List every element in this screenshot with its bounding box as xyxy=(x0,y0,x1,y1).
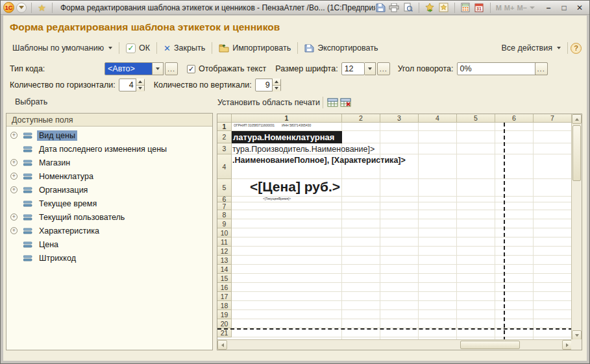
window-menu-button[interactable] xyxy=(16,3,27,13)
column-header-5[interactable]: 5 xyxy=(457,114,495,123)
row-header-5[interactable]: 5 xyxy=(217,179,232,197)
minimize-button[interactable]: – xyxy=(541,2,556,13)
all-actions-button[interactable]: Все действия xyxy=(497,42,565,55)
default-templates-button[interactable]: Шаблоны по умолчанию xyxy=(8,42,116,55)
expand-plus-icon[interactable]: + xyxy=(10,173,18,180)
horizontal-scroll-thumb[interactable] xyxy=(460,341,520,349)
add-to-favorites-icon[interactable] xyxy=(424,2,436,13)
close-form-button[interactable]: ✕ Закрыть xyxy=(160,42,209,55)
row-header-21[interactable]: 21 xyxy=(217,328,232,337)
tree-item-1[interactable]: +Дата последнего изменения цены xyxy=(6,142,212,156)
toolbar-overflow-icon[interactable] xyxy=(530,6,535,9)
favorites-star-icon[interactable]: ★ xyxy=(36,2,47,13)
row-header-16[interactable]: 16 xyxy=(217,283,232,292)
row-header-12[interactable]: 12 xyxy=(217,247,232,256)
code-type-more-button[interactable]: ... xyxy=(165,62,178,75)
code-type-dropdown-button[interactable] xyxy=(153,62,164,75)
calculator-icon[interactable] xyxy=(460,2,471,13)
row-header-8[interactable]: 8 xyxy=(217,210,232,219)
tree-item-0[interactable]: +Вид цены xyxy=(6,128,212,142)
sheet-corner[interactable] xyxy=(217,114,232,123)
row-header-1[interactable]: 1 xyxy=(217,123,232,131)
ok-button[interactable]: ✓ ОК xyxy=(122,42,154,55)
expand-plus-icon[interactable]: + xyxy=(10,227,18,234)
tree-item-2[interactable]: +Магазин xyxy=(6,156,212,169)
tree-item-4[interactable]: +Организация xyxy=(6,183,212,197)
maximize-button[interactable]: □ xyxy=(557,2,571,13)
expand-plus-icon[interactable]: + xyxy=(10,213,18,221)
sheet-grid[interactable]: 1234567123456789101112131415161718192021… xyxy=(217,114,572,341)
calendar-icon[interactable]: 31 xyxy=(474,2,485,13)
column-header-1[interactable]: 1 xyxy=(232,114,342,123)
cell-current-time-text[interactable]: <[ТекущееВремя]> xyxy=(263,197,291,201)
tree-item-label: Текущий пользователь xyxy=(37,212,127,223)
font-size-more-button[interactable]: ... xyxy=(377,62,390,75)
column-header-3[interactable]: 3 xyxy=(380,114,419,123)
clear-print-area-icon[interactable] xyxy=(339,96,352,109)
row-header-9[interactable]: 9 xyxy=(217,219,232,228)
favorites-list-icon[interactable] xyxy=(438,2,449,13)
vertical-count-stepper[interactable]: 9 xyxy=(255,79,281,91)
row-header-2[interactable]: 2 xyxy=(217,131,232,143)
row-header-3[interactable]: 3 xyxy=(217,143,232,154)
vertical-scrollbar[interactable] xyxy=(571,114,582,341)
divider xyxy=(212,42,212,54)
row-header-13[interactable]: 13 xyxy=(217,256,232,265)
cell-manufacturer-text[interactable]: тура.Производитель.Наименование]> xyxy=(232,145,375,154)
label-template-sheet[interactable]: 1234567123456789101112131415161718192021… xyxy=(217,114,582,350)
rotation-more-button[interactable]: ... xyxy=(535,62,548,75)
spin-up-button[interactable] xyxy=(273,79,280,85)
tree-item-9[interactable]: +Штрихкод xyxy=(6,251,212,265)
tree-item-5[interactable]: +Текущее время xyxy=(6,197,212,210)
set-print-area-icon[interactable] xyxy=(326,96,339,109)
row-header-17[interactable]: 17 xyxy=(217,292,232,301)
print-icon[interactable] xyxy=(389,2,400,13)
scroll-up-button[interactable] xyxy=(572,114,582,124)
close-button[interactable]: ✕ xyxy=(572,2,587,13)
cell-fullname-text[interactable]: .НаименованиеПолное], [Характеристика]> xyxy=(232,156,406,165)
column-header-7[interactable]: 7 xyxy=(534,114,572,123)
spin-up-button[interactable] xyxy=(136,79,144,85)
scroll-down-button[interactable] xyxy=(572,330,582,340)
rotation-input[interactable]: 0% ... xyxy=(457,62,548,75)
help-button[interactable]: ? xyxy=(571,43,582,54)
row-header-20[interactable]: 20 xyxy=(217,319,232,328)
row-header-11[interactable]: 11 xyxy=(217,237,232,247)
font-size-dropdown-button[interactable] xyxy=(365,62,376,75)
selected-cell-nomenclature[interactable]: латура.Номенклатурная xyxy=(232,131,342,143)
cell-price-text[interactable]: <[Цена] руб.> xyxy=(250,179,340,195)
set-print-area-button[interactable]: Установить область печати xyxy=(217,98,320,107)
scroll-left-button[interactable] xyxy=(217,340,227,350)
row-header-10[interactable]: 10 xyxy=(217,228,232,237)
show-text-checkbox[interactable]: ✓ xyxy=(187,65,195,73)
expand-plus-icon[interactable]: + xyxy=(10,132,18,139)
horizontal-count-stepper[interactable]: 4 xyxy=(119,79,145,91)
column-header-6[interactable]: 6 xyxy=(495,114,534,123)
export-button[interactable]: Экспортировать xyxy=(301,42,382,55)
row-header-15[interactable]: 15 xyxy=(217,274,232,283)
row-header-7[interactable]: 7 xyxy=(217,202,232,210)
row-header-18[interactable]: 18 xyxy=(217,301,232,310)
scroll-right-button[interactable] xyxy=(562,340,572,350)
row-header-4[interactable]: 4 xyxy=(217,154,232,179)
column-header-4[interactable]: 4 xyxy=(419,114,457,123)
tree-item-3[interactable]: +Номенклатура xyxy=(6,169,212,183)
import-button[interactable]: Импортировать xyxy=(215,42,295,55)
vertical-scroll-thumb[interactable] xyxy=(572,125,581,181)
code-type-select[interactable]: <Авто> xyxy=(104,62,153,75)
save-icon[interactable] xyxy=(375,2,386,13)
select-button[interactable]: Выбрать xyxy=(15,97,47,106)
expand-plus-icon[interactable]: + xyxy=(10,186,18,193)
row-header-14[interactable]: 14 xyxy=(217,265,232,274)
column-header-2[interactable]: 2 xyxy=(342,114,380,123)
spin-down-button[interactable] xyxy=(136,85,144,92)
spin-down-button[interactable] xyxy=(273,85,280,92)
tree-item-7[interactable]: +Характеристика xyxy=(6,224,212,237)
print-preview-icon[interactable] xyxy=(402,2,413,13)
tree-item-6[interactable]: +Текущий пользователь xyxy=(6,210,212,224)
horizontal-scrollbar[interactable] xyxy=(217,339,572,350)
expand-plus-icon[interactable]: + xyxy=(10,159,18,166)
row-header-19[interactable]: 19 xyxy=(217,310,232,319)
tree-item-8[interactable]: +Цена xyxy=(6,237,212,251)
font-size-select[interactable]: 12 xyxy=(341,62,365,75)
